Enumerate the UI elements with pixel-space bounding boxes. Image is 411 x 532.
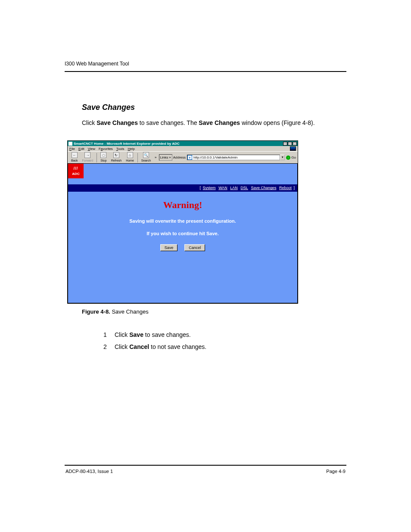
refresh-icon: ↻ bbox=[113, 152, 119, 158]
intro-prefix: Click bbox=[82, 119, 97, 126]
footer: ADCP-80-413, Issue 1 Page 4-9 bbox=[65, 468, 346, 475]
back-button[interactable]: ←Back bbox=[69, 152, 80, 163]
address-dropdown-icon[interactable]: ▼ bbox=[280, 155, 285, 160]
menu-favorites[interactable]: Favorites bbox=[99, 146, 113, 151]
footer-rule bbox=[65, 465, 346, 466]
action-save-tail: to save changes. bbox=[143, 331, 191, 338]
nav-bracket-close: ] bbox=[293, 186, 295, 190]
go-button[interactable]: → Go bbox=[286, 155, 296, 160]
ie-icon bbox=[68, 142, 72, 146]
search-label: Search bbox=[141, 159, 151, 163]
go-label: Go bbox=[291, 155, 296, 160]
ie-brand-icon bbox=[290, 146, 296, 151]
warning-heading: Warning! bbox=[72, 199, 293, 212]
toolbar: ←Back →Forward ◌Stop ↻Refresh ⌂Home 🔍Sea… bbox=[68, 151, 298, 163]
warning-line1: Saving will overwrite the present config… bbox=[72, 218, 293, 224]
stop-icon: ◌ bbox=[100, 152, 106, 158]
minimize-button[interactable]: _ bbox=[283, 142, 287, 146]
home-icon: ⌂ bbox=[127, 152, 133, 158]
links-chevron-icon: » bbox=[169, 155, 171, 160]
refresh-label: Refresh bbox=[111, 159, 122, 163]
toolbar-separator-2 bbox=[137, 153, 138, 162]
address-input[interactable]: e http://10.0.0.1/ValidateAdmin bbox=[187, 155, 280, 160]
nav-lan[interactable]: LAN bbox=[230, 186, 238, 190]
logo-text: ADC bbox=[72, 171, 79, 176]
page-nav-bar: [ System WAN LAN DSL Save Changes Reboot… bbox=[68, 184, 297, 192]
save-button[interactable]: Save bbox=[160, 244, 178, 252]
maximize-button[interactable]: □ bbox=[288, 142, 292, 146]
screenshot-window: SmartCNCT Home - Microsoft Internet Expl… bbox=[67, 140, 298, 304]
footer-page: Page 4-9 bbox=[326, 468, 346, 475]
warning-line2: If you wish to continue hit Save. bbox=[72, 230, 293, 237]
refresh-button[interactable]: ↻Refresh bbox=[109, 152, 124, 163]
forward-button[interactable]: →Forward bbox=[81, 152, 95, 163]
menu-help[interactable]: Help bbox=[128, 146, 135, 151]
menubar: File Edit View Favorites Tools Help bbox=[68, 146, 298, 151]
stop-label: Stop bbox=[100, 159, 106, 163]
nav-wan[interactable]: WAN bbox=[218, 186, 227, 190]
footer-doc: ADCP-80-413, Issue 1 bbox=[65, 468, 113, 475]
menu-tools[interactable]: Tools bbox=[116, 146, 125, 151]
toolbar-more-icon[interactable]: » bbox=[153, 155, 158, 160]
nav-reboot[interactable]: Reboot bbox=[279, 186, 292, 190]
logo-stripes: /// bbox=[74, 166, 78, 171]
section-title: Save Changes bbox=[82, 102, 346, 113]
search-icon: 🔍 bbox=[143, 152, 149, 158]
forward-icon: → bbox=[84, 152, 90, 158]
running-header: I300 Web Management Tool bbox=[65, 60, 346, 68]
address-label: Address bbox=[173, 155, 186, 160]
window-titlebar: SmartCNCT Home - Microsoft Internet Expl… bbox=[68, 141, 298, 146]
intro-mid2: window opens ( bbox=[240, 119, 283, 126]
action-cancel-bold: Cancel bbox=[129, 343, 149, 350]
forward-label: Forward bbox=[82, 159, 93, 163]
page-content: /// ADC [ System WAN LAN DSL Save Change… bbox=[68, 163, 298, 303]
window-title: SmartCNCT Home - Microsoft Internet Expl… bbox=[74, 141, 180, 146]
search-button[interactable]: 🔍Search bbox=[140, 152, 153, 163]
action-click-2: Click bbox=[115, 343, 129, 350]
action-num-2: 2 bbox=[103, 341, 112, 353]
nav-system[interactable]: System bbox=[203, 186, 216, 190]
menu-file[interactable]: File bbox=[69, 146, 75, 151]
links-label: Links bbox=[160, 155, 168, 160]
toolbar-separator bbox=[97, 153, 97, 162]
stop-button[interactable]: ◌Stop bbox=[99, 152, 108, 163]
address-value: http://10.0.0.1/ValidateAdmin bbox=[193, 156, 237, 159]
menu-edit[interactable]: Edit bbox=[78, 146, 84, 151]
action-save-bold: Save bbox=[129, 331, 143, 338]
action-item-2: 2 Click Cancel to not save changes. bbox=[103, 341, 346, 353]
action-cancel-tail: to not save changes. bbox=[149, 343, 206, 350]
intro-suffix: ). bbox=[311, 119, 315, 126]
action-num-1: 1 bbox=[103, 329, 112, 341]
home-label: Home bbox=[126, 159, 134, 163]
nav-bracket-open: [ bbox=[200, 186, 202, 190]
home-button[interactable]: ⌂Home bbox=[124, 152, 136, 163]
close-button[interactable]: × bbox=[293, 142, 297, 146]
header-rule bbox=[65, 71, 346, 72]
intro-bold-1: Save Changes bbox=[97, 119, 138, 126]
address-favicon-icon: e bbox=[187, 155, 192, 160]
intro-paragraph: Click Save Changes to save changes. The … bbox=[82, 118, 346, 128]
action-click-1: Click bbox=[115, 331, 129, 338]
intro-mid1: to save changes. The bbox=[138, 119, 199, 126]
figure-text: Save Changes bbox=[112, 308, 148, 315]
nav-dsl[interactable]: DSL bbox=[240, 186, 248, 190]
back-icon: ← bbox=[72, 152, 78, 158]
figure-caption: Figure 4-8. Save Changes bbox=[82, 308, 346, 316]
back-label: Back bbox=[71, 159, 78, 163]
intro-figref: Figure 4-8 bbox=[283, 119, 311, 126]
action-list: 1 Click Save to save changes. 2 Click Ca… bbox=[103, 329, 346, 353]
nav-save-changes[interactable]: Save Changes bbox=[251, 186, 276, 190]
adc-logo: /// ADC bbox=[68, 164, 84, 178]
links-box[interactable]: Links » bbox=[159, 154, 172, 161]
intro-bold-2: Save Changes bbox=[199, 119, 240, 126]
figure-label: Figure 4-8. bbox=[82, 308, 110, 315]
menu-view[interactable]: View bbox=[88, 146, 95, 151]
action-item-1: 1 Click Save to save changes. bbox=[103, 329, 346, 341]
cancel-button[interactable]: Cancel bbox=[184, 244, 205, 252]
go-icon: → bbox=[286, 156, 290, 160]
